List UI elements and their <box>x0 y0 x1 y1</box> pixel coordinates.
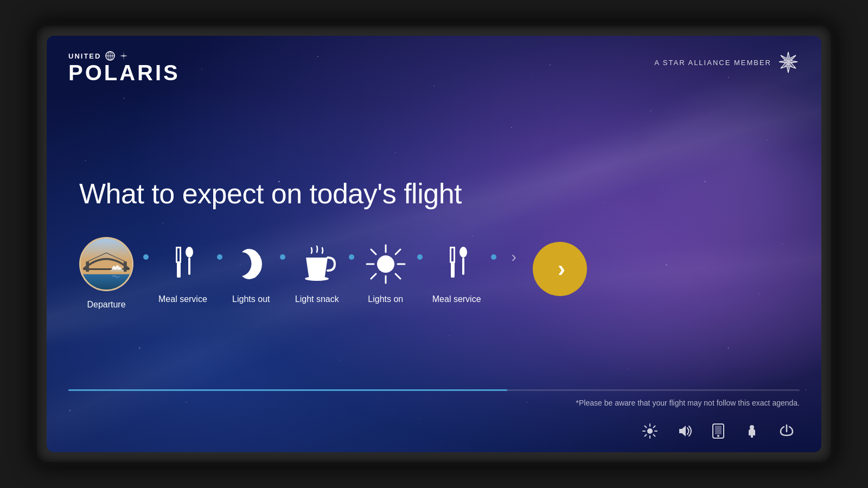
svg-rect-10 <box>124 261 127 272</box>
svg-point-45 <box>717 435 719 437</box>
departure-icon-wrapper <box>79 237 133 291</box>
lights-out-label: Lights out <box>232 294 270 304</box>
timeline-item-light-snack: Light snack <box>295 242 339 304</box>
lights-out-icon-wrapper <box>232 242 270 286</box>
timeline-item-meal-1: Meal service <box>158 242 207 304</box>
svg-rect-7 <box>81 274 132 290</box>
svg-rect-31 <box>451 261 455 278</box>
timeline-dot-1 <box>143 254 149 260</box>
svg-rect-29 <box>454 247 455 263</box>
main-content: What to expect on today's flight <box>47 92 821 389</box>
departure-label: Departure <box>87 300 125 310</box>
next-button[interactable]: › <box>533 242 587 296</box>
svg-rect-11 <box>111 269 124 272</box>
united-line: UNITED <box>68 51 180 61</box>
light-snack-label: Light snack <box>295 294 339 304</box>
polaris-wordmark: POLARIS <box>68 62 180 84</box>
timeline-more-indicator: › <box>512 248 516 266</box>
page-headline: What to expect on today's flight <box>79 177 789 210</box>
moon-icon <box>232 242 270 286</box>
svg-rect-12 <box>176 247 177 263</box>
header: UNITED POLARIS <box>47 36 821 92</box>
tablet-icon[interactable] <box>712 423 725 442</box>
svg-point-47 <box>750 425 754 429</box>
timeline-item-lights-on: Lights on <box>364 242 407 304</box>
svg-rect-46 <box>715 426 722 434</box>
sun-icon <box>364 242 407 286</box>
timeline-item-meal-2: Meal service <box>432 242 481 304</box>
timeline-dot-2 <box>217 254 222 260</box>
person-seat-icon[interactable] <box>744 423 760 442</box>
timeline-dot-5 <box>417 254 423 260</box>
volume-icon[interactable] <box>677 423 692 442</box>
star-alliance-badge: A STAR ALLIANCE MEMBER <box>654 51 800 74</box>
meal-icon-2 <box>438 242 476 286</box>
svg-line-26 <box>371 274 376 279</box>
meal-2-icon-wrapper <box>438 242 476 286</box>
departure-photo <box>79 237 133 291</box>
lights-on-icon-wrapper <box>364 242 407 286</box>
svg-point-16 <box>186 247 193 258</box>
svg-line-41 <box>654 426 655 428</box>
meal-service-1-label: Meal service <box>158 294 207 304</box>
screen: UNITED POLARIS <box>47 36 821 452</box>
coffee-cup-icon <box>298 242 336 286</box>
svg-rect-14 <box>176 247 181 248</box>
svg-rect-17 <box>188 258 190 275</box>
svg-line-42 <box>645 435 647 436</box>
progress-bar-fill <box>68 389 507 391</box>
globe-icon <box>105 51 115 61</box>
timeline-dot-6 <box>491 254 496 260</box>
bottom-icon-bar <box>47 418 821 452</box>
bottom-section: *Please be aware that your flight may no… <box>47 389 821 418</box>
svg-line-23 <box>371 249 376 254</box>
svg-line-39 <box>645 426 647 428</box>
brightness-icon[interactable] <box>642 423 658 442</box>
meal-icon-1 <box>164 242 202 286</box>
timeline-item-lights-out: Lights out <box>232 242 270 304</box>
svg-line-25 <box>395 249 400 254</box>
power-icon[interactable] <box>779 423 794 442</box>
disclaimer-text: *Please be aware that your flight may no… <box>68 399 800 407</box>
svg-rect-30 <box>450 247 455 248</box>
timeline: Departure <box>79 237 789 310</box>
star-alliance-text: A STAR ALLIANCE MEMBER <box>654 59 771 67</box>
progress-bar-container <box>68 389 800 391</box>
screen-content: UNITED POLARIS <box>47 36 821 452</box>
svg-line-40 <box>654 435 655 436</box>
timeline-dot-4 <box>349 254 354 260</box>
united-wordmark: UNITED <box>68 52 101 60</box>
svg-line-24 <box>395 274 400 279</box>
svg-rect-28 <box>450 247 451 263</box>
lights-on-label: Lights on <box>368 294 403 304</box>
timeline-dot-3 <box>280 254 285 260</box>
timeline-item-departure: Departure <box>79 237 133 310</box>
svg-point-18 <box>305 277 329 281</box>
svg-point-34 <box>647 428 653 434</box>
svg-point-32 <box>459 247 467 258</box>
meal-service-2-label: Meal service <box>432 294 481 304</box>
meal-1-icon-wrapper <box>164 242 202 286</box>
svg-rect-15 <box>177 261 181 278</box>
star-alliance-logo-icon <box>777 51 800 74</box>
svg-rect-9 <box>86 261 89 272</box>
light-snack-icon-wrapper <box>298 242 336 286</box>
svg-rect-13 <box>180 247 181 263</box>
logo-area: UNITED POLARIS <box>68 51 180 84</box>
svg-marker-43 <box>679 426 686 436</box>
sparkle-icon <box>119 52 128 60</box>
next-chevron-icon: › <box>558 258 565 280</box>
device-frame: UNITED POLARIS <box>33 22 835 466</box>
svg-point-27 <box>377 255 394 273</box>
svg-rect-33 <box>462 258 464 275</box>
sydney-scene-svg <box>81 237 132 291</box>
